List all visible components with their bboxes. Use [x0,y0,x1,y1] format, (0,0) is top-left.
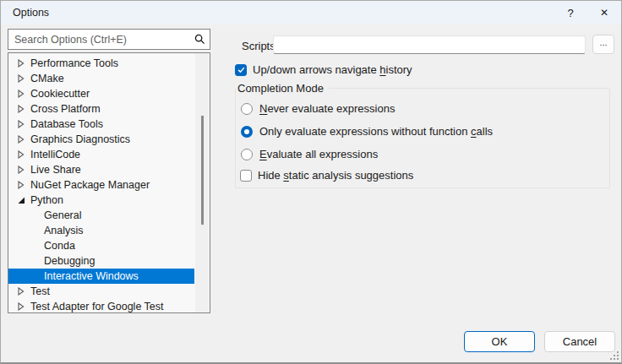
tree-item-interactive-windows[interactable]: Interactive Windows [8,269,194,284]
radio-label: Only evaluate expressions without functi… [259,125,493,138]
tree-item-label: Debugging [43,255,95,267]
tree-item-label: Cross Platform [30,103,101,115]
expander-placeholder [30,242,39,250]
tree-item-conda[interactable]: Conda [8,238,194,253]
tree-item-intellicode[interactable]: IntelliCode [8,147,194,162]
titlebar-buttons: ? ✕ [554,1,621,24]
radio-label: Never evaluate expressions [259,102,395,115]
chevron-right-icon[interactable] [17,74,25,83]
chevron-right-icon[interactable] [17,166,25,174]
chevron-right-icon[interactable] [17,90,25,98]
tree-item-python[interactable]: Python [8,193,194,208]
tree-item-analysis[interactable]: Analysis [8,223,194,238]
expander-placeholder [30,257,39,265]
ok-button[interactable]: OK [464,331,535,352]
search-icon[interactable] [189,34,210,45]
tree-item-graphics-diagnostics[interactable]: Graphics Diagnostics [8,132,194,147]
radio-icon [241,149,253,160]
radio-icon [241,103,253,115]
search-input[interactable] [8,34,189,46]
updown-history-label: Up/down arrows navigate history [253,63,412,76]
completion-mode-title: Completion Mode [236,82,329,95]
radio-evaluate-all-expressions[interactable]: Evaluate all expressions [241,148,378,160]
chevron-right-icon[interactable] [17,302,25,311]
tree-item-label: CMake [30,73,64,84]
triangle-expanded-icon[interactable] [17,196,25,204]
tree-item-test-adapter-for-google-test[interactable]: Test Adapter for Google Test [8,299,194,313]
tree-item-label: NuGet Package Manager [30,179,150,191]
cancel-button[interactable]: Cancel [544,331,615,352]
hide-static-analysis-checkbox[interactable]: Hide static analysis suggestions [240,169,413,182]
chevron-right-icon[interactable] [17,105,25,113]
tree-item-label: General [43,209,81,221]
radio-only-evaluate-expressions-without-functi[interactable]: Only evaluate expressions without functi… [241,125,493,138]
tree-scrollbar-thumb[interactable] [201,116,204,225]
options-dialog: Options ? ✕ Performance ToolsCMakeCookie… [0,0,622,364]
chevron-right-icon[interactable] [17,287,25,296]
tree-scrollbar-track[interactable] [195,53,209,312]
browse-button[interactable]: ... [592,35,614,54]
tree-item-label: Analysis [43,225,84,236]
updown-history-checkbox[interactable]: Up/down arrows navigate history [235,63,412,76]
chevron-right-icon[interactable] [17,120,25,128]
tree-item-cookiecutter[interactable]: Cookiecutter [8,86,194,101]
tree-item-label: Test Adapter for Google Test [30,301,164,312]
search-box [8,29,210,50]
checkbox-icon [235,64,247,76]
tree-item-performance-tools[interactable]: Performance Tools [8,56,194,71]
tree-item-cross-platform[interactable]: Cross Platform [8,101,194,117]
chevron-right-icon[interactable] [17,181,25,189]
chevron-right-icon[interactable] [17,59,25,68]
tree-item-nuget-package-manager[interactable]: NuGet Package Manager [8,177,194,193]
window-title: Options [13,7,49,19]
options-tree: Performance ToolsCMakeCookiecutterCross … [8,52,210,313]
tree-item-label: Performance Tools [30,57,118,69]
help-button[interactable]: ? [554,1,587,24]
chevron-right-icon[interactable] [17,135,25,144]
radio-label: Evaluate all expressions [259,148,378,160]
tree-item-test[interactable]: Test [8,284,194,299]
tree-item-live-share[interactable]: Live Share [8,162,194,177]
hide-static-analysis-label: Hide static analysis suggestions [258,169,413,182]
resize-grip[interactable] [610,351,619,360]
tree-item-label: Graphics Diagnostics [30,133,130,145]
tree-item-debugging[interactable]: Debugging [8,253,194,269]
chevron-right-icon[interactable] [17,150,25,159]
expander-placeholder [30,272,39,280]
tree-item-database-tools[interactable]: Database Tools [8,117,194,132]
tree-item-label: Interactive Windows [43,270,139,282]
tree-item-label: Live Share [30,164,81,176]
close-button[interactable]: ✕ [587,1,621,24]
tree-item-label: Conda [43,240,75,252]
expander-placeholder [30,226,39,235]
titlebar: Options ? ✕ [1,1,621,24]
tree-item-cmake[interactable]: CMake [8,71,194,86]
radio-icon [241,126,253,138]
tree-item-label: Test [30,285,50,297]
radio-never-evaluate-expressions[interactable]: Never evaluate expressions [241,102,395,115]
tree-item-label: Python [30,194,63,206]
tree-item-label: IntelliCode [30,149,80,160]
close-icon: ✕ [600,7,608,19]
tree-item-label: Database Tools [30,118,103,130]
tree-item-label: Cookiecutter [30,88,90,100]
tree-item-general[interactable]: General [8,208,194,223]
checkbox-icon [240,170,252,182]
scripts-input[interactable] [273,35,586,54]
help-icon: ? [567,7,573,19]
expander-placeholder [30,211,39,220]
